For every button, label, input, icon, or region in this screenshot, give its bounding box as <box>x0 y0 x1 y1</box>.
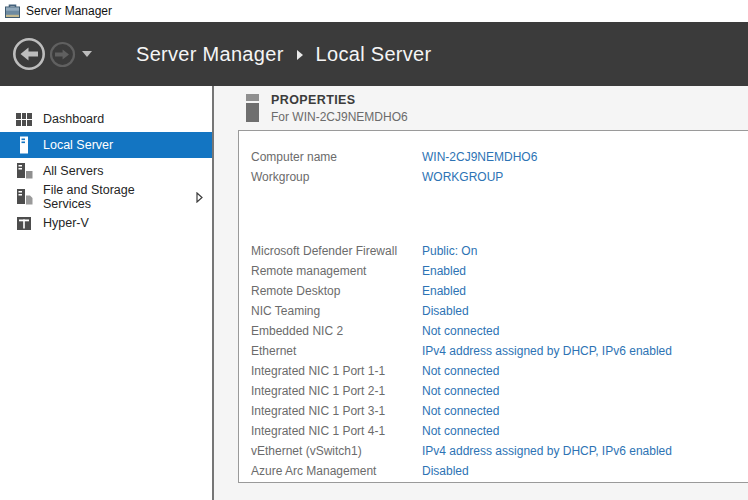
breadcrumb-current[interactable]: Local Server <box>316 43 432 66</box>
property-label: Integrated NIC 1 Port 4-1 <box>251 421 422 441</box>
property-row: Computer name WIN-2CJ9NEMDHO6 <box>251 147 748 167</box>
sidebar-item-dashboard[interactable]: Dashboard <box>0 106 212 132</box>
title-bar: Server Manager <box>0 0 748 22</box>
property-row: vEthernet (vSwitch1) IPv4 address assign… <box>251 441 748 461</box>
property-value-link[interactable]: Public: On <box>422 241 477 261</box>
properties-header: PROPERTIES For WIN-2CJ9NEMDHO6 <box>214 86 748 130</box>
property-row: NIC Teaming Disabled <box>251 301 748 321</box>
property-label: Integrated NIC 1 Port 2-1 <box>251 381 422 401</box>
property-label: NIC Teaming <box>251 301 422 321</box>
property-row: Remote management Enabled <box>251 261 748 281</box>
property-row: Embedded NIC 2 Not connected <box>251 321 748 341</box>
breadcrumb-root[interactable]: Server Manager <box>136 43 284 66</box>
property-label: Remote Desktop <box>251 281 422 301</box>
sidebar-item-label: Hyper-V <box>43 216 89 230</box>
all-servers-icon <box>16 163 33 180</box>
property-label: Workgroup <box>251 167 422 187</box>
back-button[interactable] <box>12 37 46 71</box>
sidebar-item-label: File and Storage Services <box>43 183 186 211</box>
server-tower-icon <box>16 137 33 154</box>
property-label: Azure Arc Management <box>251 461 422 481</box>
properties-title: PROPERTIES <box>271 93 408 108</box>
file-storage-icon <box>16 189 33 206</box>
sidebar-item-hyper-v[interactable]: Hyper-V <box>0 210 212 236</box>
property-label: vEthernet (vSwitch1) <box>251 441 422 461</box>
property-label: Computer name <box>251 147 422 167</box>
property-value-link[interactable]: Not connected <box>422 321 499 341</box>
sidebar-item-label: All Servers <box>43 164 103 178</box>
sidebar-item-local-server[interactable]: Local Server <box>0 132 212 158</box>
property-row: Microsoft Defender Firewall Public: On <box>251 241 748 261</box>
sidebar-item-label: Local Server <box>43 138 113 152</box>
main-area: Dashboard Local Server Al <box>0 86 748 500</box>
property-label: Integrated NIC 1 Port 3-1 <box>251 401 422 421</box>
sidebar-item-file-storage-services[interactable]: File and Storage Services <box>0 184 212 210</box>
property-value-link[interactable]: Not connected <box>422 421 499 441</box>
sidebar-item-all-servers[interactable]: All Servers <box>0 158 212 184</box>
forward-button[interactable] <box>49 41 76 68</box>
property-row: Azure Arc Management Disabled <box>251 461 748 481</box>
property-value-link[interactable]: IPv4 address assigned by DHCP, IPv6 enab… <box>422 441 672 461</box>
dashboard-tiles-icon <box>16 111 33 128</box>
property-label: Integrated NIC 1 Port 1-1 <box>251 361 422 381</box>
property-row: Integrated NIC 1 Port 2-1 Not connected <box>251 381 748 401</box>
property-row: Remote Desktop Enabled <box>251 281 748 301</box>
property-row: Ethernet IPv4 address assigned by DHCP, … <box>251 341 748 361</box>
property-value-link[interactable]: WIN-2CJ9NEMDHO6 <box>422 147 537 167</box>
breadcrumb-separator-icon <box>297 50 303 60</box>
property-value-link[interactable]: Not connected <box>422 401 499 421</box>
property-value-link[interactable]: Disabled <box>422 461 469 481</box>
properties-subtitle: For WIN-2CJ9NEMDHO6 <box>271 110 408 124</box>
property-label: Remote management <box>251 261 422 281</box>
property-row: Integrated NIC 1 Port 3-1 Not connected <box>251 401 748 421</box>
property-value-link[interactable]: IPv4 address assigned by DHCP, IPv6 enab… <box>422 341 672 361</box>
property-row: Integrated NIC 1 Port 1-1 Not connected <box>251 361 748 381</box>
window-title: Server Manager <box>26 4 112 18</box>
property-label: Embedded NIC 2 <box>251 321 422 341</box>
property-label: Microsoft Defender Firewall <box>251 241 422 261</box>
navigation-dropdown-caret-icon[interactable] <box>82 51 92 57</box>
app-toolbox-icon <box>5 4 20 18</box>
properties-panel: Computer name WIN-2CJ9NEMDHO6 Workgroup … <box>238 130 748 483</box>
properties-server-icon <box>246 94 259 122</box>
property-value-link[interactable]: Disabled <box>422 301 469 321</box>
property-row: Integrated NIC 1 Port 4-1 Not connected <box>251 421 748 441</box>
property-value-link[interactable]: Not connected <box>422 361 499 381</box>
content-area: PROPERTIES For WIN-2CJ9NEMDHO6 Computer … <box>214 86 748 500</box>
submenu-chevron-right-icon <box>196 192 203 203</box>
sidebar: Dashboard Local Server Al <box>0 86 212 500</box>
property-value-link[interactable]: Not connected <box>422 381 499 401</box>
sidebar-item-label: Dashboard <box>43 112 104 126</box>
property-row: Workgroup WORKGROUP <box>251 167 748 187</box>
breadcrumb: Server Manager Local Server <box>136 43 432 66</box>
property-label: Ethernet <box>251 341 422 361</box>
property-value-link[interactable]: Enabled <box>422 281 466 301</box>
property-value-link[interactable]: Enabled <box>422 261 466 281</box>
property-value-link[interactable]: WORKGROUP <box>422 167 503 187</box>
hyper-v-icon <box>16 215 33 232</box>
navigation-bar: Server Manager Local Server <box>0 22 748 86</box>
